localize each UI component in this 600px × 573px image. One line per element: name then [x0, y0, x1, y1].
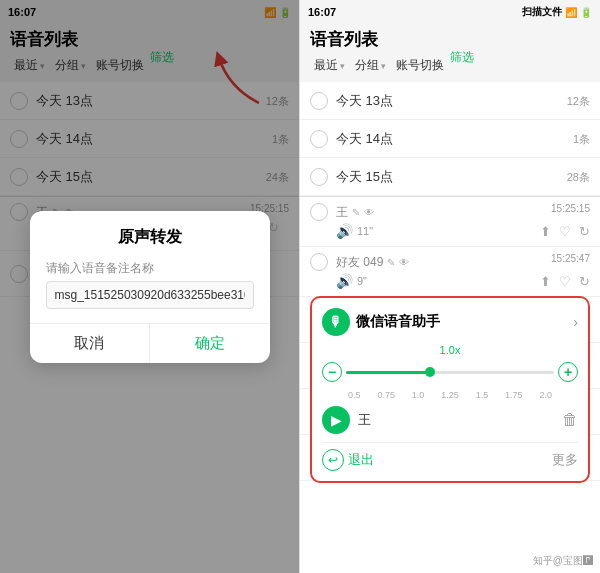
right-header: 语音列表 最近 ▾ 分组 ▾ 账号切换 筛选: [300, 24, 600, 82]
right-voice-wang: 王 ✎ 👁 15:25:15 🔊 11" ⬆ ♡ ↻: [300, 197, 600, 247]
assistant-header: 🎙 微信语音助手 ›: [322, 308, 578, 336]
play-name: 王: [358, 411, 554, 429]
speed-fill: [346, 371, 429, 374]
right-section-13: 今天 13点 12条: [300, 82, 600, 120]
speed-dot: [425, 367, 435, 377]
right-export-icon[interactable]: ⬆: [540, 224, 551, 239]
right-time: 16:07: [308, 6, 336, 18]
speed-value: 1.0x: [322, 344, 578, 356]
exit-btn[interactable]: ↩ 退出: [322, 449, 374, 471]
right-cb-15[interactable]: [310, 168, 328, 186]
modal-cancel-btn[interactable]: 取消: [30, 324, 151, 363]
right-status-icons: 扫描文件 📶 🔋: [522, 5, 592, 19]
right-tab-group[interactable]: 分组 ▾: [351, 55, 390, 76]
modal-overlay: 原声转发 请输入语音备注名称 取消 确定: [0, 0, 299, 573]
speed-track[interactable]: [346, 371, 554, 374]
mic-icon: 🎙: [322, 308, 350, 336]
left-phone-panel: 16:07 📶 🔋 语音列表 最近 ▾ 分组 ▾ 账号切换 筛选: [0, 0, 300, 573]
watermark: 知乎@宝图🅿: [530, 553, 596, 569]
right-cb-14[interactable]: [310, 130, 328, 148]
right-heart-icon[interactable]: ♡: [559, 224, 571, 239]
right-page-title: 语音列表: [310, 28, 590, 51]
right-tab-account[interactable]: 账号切换: [392, 55, 448, 76]
play-button[interactable]: ▶: [322, 406, 350, 434]
modal-box: 原声转发 请输入语音备注名称 取消 确定: [30, 211, 270, 363]
assistant-footer: ↩ 退出 更多: [322, 442, 578, 471]
more-btn[interactable]: 更多: [552, 451, 578, 469]
right-refresh-icon[interactable]: ↻: [579, 224, 590, 239]
right-friend-049-a: 好友 049 ✎ 👁 15:25:47 🔊 9" ⬆ ♡ ↻: [300, 247, 600, 297]
right-status-bar: 16:07 扫描文件 📶 🔋: [300, 0, 600, 24]
delete-icon[interactable]: 🗑: [562, 411, 578, 429]
speed-increase-btn[interactable]: +: [558, 362, 578, 382]
modal-title: 原声转发: [46, 227, 254, 248]
right-header-tabs: 最近 ▾ 分组 ▾ 账号切换 筛选: [310, 55, 590, 76]
right-tab-recent[interactable]: 最近 ▾: [310, 55, 349, 76]
right-section-15: 今天 15点 28条: [300, 158, 600, 196]
wechat-assistant-box: 🎙 微信语音助手 › 1.0x − + 0.5 0.75 1.0 1.25 1: [310, 296, 590, 483]
right-filter-btn[interactable]: 筛选: [450, 49, 474, 66]
speed-labels: 0.5 0.75 1.0 1.25 1.5 1.75 2.0: [322, 390, 578, 400]
assistant-title: 🎙 微信语音助手: [322, 308, 440, 336]
play-row: ▶ 王 🗑: [322, 406, 578, 434]
exit-icon: ↩: [322, 449, 344, 471]
modal-buttons: 取消 确定: [30, 323, 270, 363]
speed-control: − +: [322, 362, 578, 382]
right-section-14: 今天 14点 1条: [300, 120, 600, 158]
assistant-chevron[interactable]: ›: [573, 314, 578, 330]
right-cb-13[interactable]: [310, 92, 328, 110]
modal-confirm-btn[interactable]: 确定: [150, 324, 270, 363]
modal-input-label: 请输入语音备注名称: [46, 260, 254, 277]
modal-filename-input[interactable]: [46, 281, 254, 309]
speed-decrease-btn[interactable]: −: [322, 362, 342, 382]
right-phone-panel: 16:07 扫描文件 📶 🔋 语音列表 最近 ▾ 分组 ▾ 账号切换 筛选: [300, 0, 600, 573]
